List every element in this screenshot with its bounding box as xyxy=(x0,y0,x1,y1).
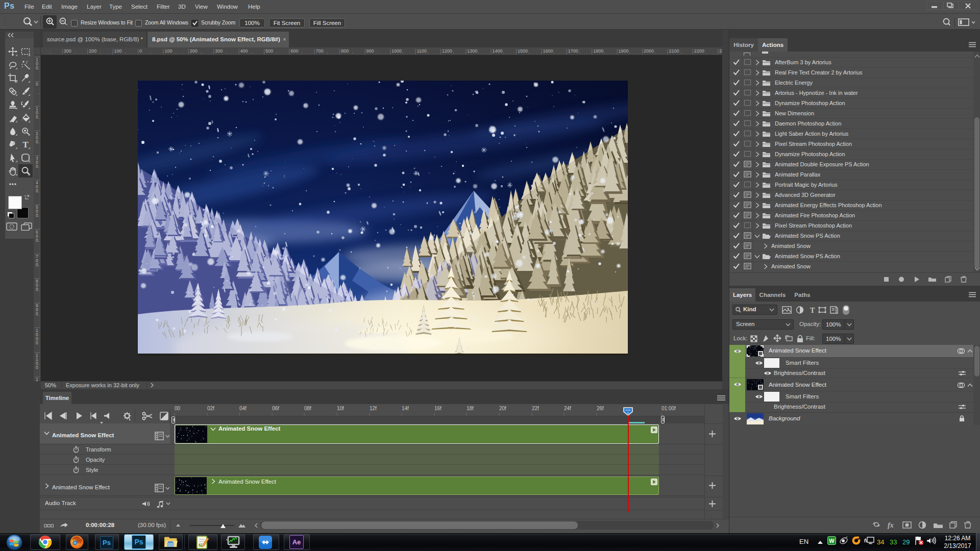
svg-text:0: 0 xyxy=(36,65,38,70)
svg-text:1700: 1700 xyxy=(568,48,578,54)
svg-text:300: 300 xyxy=(64,48,71,54)
svg-text:2200: 2200 xyxy=(694,48,704,54)
svg-text:500: 500 xyxy=(265,48,273,54)
svg-text:0: 0 xyxy=(36,164,38,169)
svg-text:00: 00 xyxy=(175,406,181,411)
svg-text:04f: 04f xyxy=(239,406,247,411)
svg-text:300: 300 xyxy=(215,48,223,54)
svg-text:01:00f: 01:00f xyxy=(662,406,676,411)
svg-text:1200: 1200 xyxy=(442,48,452,54)
svg-text:600: 600 xyxy=(290,48,298,54)
svg-text:26f: 26f xyxy=(597,406,604,411)
svg-text:900: 900 xyxy=(366,48,374,54)
svg-text:1900: 1900 xyxy=(619,48,629,54)
svg-text:fx: fx xyxy=(888,521,894,529)
svg-text:1000: 1000 xyxy=(391,48,402,54)
svg-text:20f: 20f xyxy=(499,406,506,411)
svg-text:10f: 10f xyxy=(337,406,344,411)
svg-text:2100: 2100 xyxy=(669,48,679,54)
svg-text:0: 0 xyxy=(36,340,38,345)
svg-text:14f: 14f xyxy=(402,406,409,411)
svg-text:100: 100 xyxy=(164,48,172,54)
svg-text:1400: 1400 xyxy=(493,48,503,54)
svg-text:02f: 02f xyxy=(207,406,214,411)
svg-text:0: 0 xyxy=(36,114,38,119)
svg-text:0: 0 xyxy=(36,311,38,316)
svg-text:06f: 06f xyxy=(272,406,279,411)
svg-text:2000: 2000 xyxy=(644,48,654,54)
svg-text:18f: 18f xyxy=(467,406,474,411)
svg-text:08f: 08f xyxy=(304,406,311,411)
svg-text:16f: 16f xyxy=(434,406,442,411)
svg-text:0: 0 xyxy=(36,82,38,87)
svg-text:200: 200 xyxy=(89,48,96,54)
svg-text:1500: 1500 xyxy=(518,48,528,54)
svg-text:T: T xyxy=(810,307,815,314)
svg-text:0: 0 xyxy=(36,287,38,292)
svg-text:800: 800 xyxy=(341,48,349,54)
svg-text:N: N xyxy=(199,543,202,548)
svg-text:24f: 24f xyxy=(564,406,571,411)
svg-text:700: 700 xyxy=(316,48,324,54)
svg-text:1600: 1600 xyxy=(543,48,553,54)
svg-text:0: 0 xyxy=(36,238,38,243)
svg-text:400: 400 xyxy=(240,48,248,54)
svg-text:0: 0 xyxy=(36,262,38,267)
svg-text:100: 100 xyxy=(114,48,122,54)
svg-text:1: 1 xyxy=(36,377,38,381)
svg-text:0: 0 xyxy=(139,48,142,54)
svg-text:1100: 1100 xyxy=(416,48,426,54)
svg-text:200: 200 xyxy=(190,48,198,54)
svg-text:0: 0 xyxy=(36,188,38,193)
svg-text:22f: 22f xyxy=(532,406,539,411)
svg-text:0: 0 xyxy=(36,365,38,370)
svg-text:1800: 1800 xyxy=(593,48,603,54)
svg-text:0: 0 xyxy=(36,213,38,218)
svg-text:1300: 1300 xyxy=(467,48,477,54)
svg-text:0: 0 xyxy=(36,139,38,144)
svg-text:12f: 12f xyxy=(370,406,377,411)
